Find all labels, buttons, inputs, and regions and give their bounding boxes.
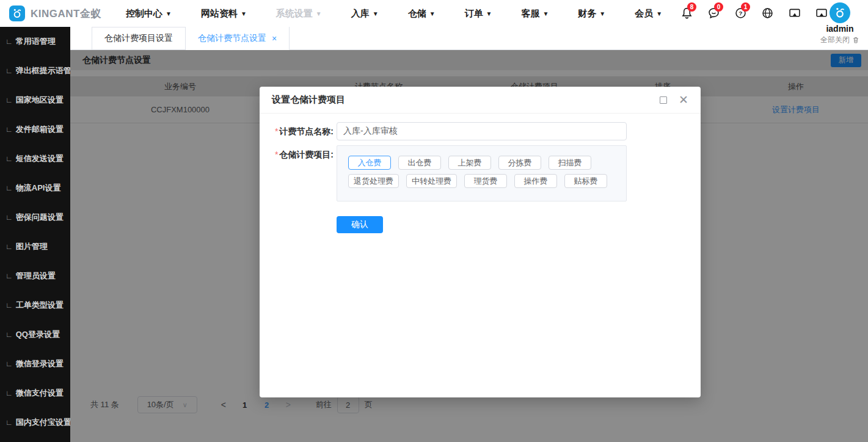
tab-strip: 仓储计费项目设置仓储计费节点设置× (70, 27, 868, 50)
sidebar-item[interactable]: ∟图片管理 (0, 232, 70, 261)
sidebar-item-label: 国家地区设置 (16, 95, 64, 106)
nav-menu-item[interactable]: 控制中心▼ (111, 8, 186, 20)
notification-badge: 1 (741, 2, 750, 12)
submenu-corner-icon: ∟ (5, 67, 13, 75)
nav-menu-item[interactable]: 财务▼ (563, 8, 620, 20)
fee-item-button[interactable]: 扫描费 (549, 156, 591, 170)
brand-name: KINGANT金蚁 (31, 7, 101, 21)
top-navbar: KINGANT金蚁 控制中心▼网站资料▼系统设置▼入库▼仓储▼订单▼客服▼财务▼… (0, 0, 868, 27)
dialog-body: *计费节点名称: *仓储计费项目: 入仓费出仓费上架费分拣费扫描费退货处理费中转… (260, 114, 701, 233)
submenu-corner-icon: ∟ (5, 184, 13, 192)
sidebar-item[interactable]: ∟密保问题设置 (0, 203, 70, 232)
nav-menu-item[interactable]: 网站资料▼ (186, 8, 261, 20)
sidebar-item[interactable]: ∟弹出框提示语管理 (0, 56, 70, 85)
trash-icon[interactable] (852, 36, 859, 44)
sidebar-item[interactable]: ∟管理员设置 (0, 261, 70, 291)
confirm-button[interactable]: 确认 (337, 216, 383, 233)
chevron-down-icon: ▼ (656, 10, 662, 17)
sidebar-item[interactable]: ∟国内支付宝设置 (0, 408, 70, 437)
nav-menu-item[interactable]: 会员▼ (620, 8, 677, 20)
sidebar-item-label: 密保问题设置 (16, 212, 64, 223)
sidebar-item[interactable]: ∟物流API设置 (0, 173, 70, 203)
submenu-corner-icon: ∟ (5, 330, 13, 339)
sidebar-item[interactable]: ∟工单类型设置 (0, 291, 70, 320)
close-all-tabs-button[interactable]: 全部关闭 (817, 35, 863, 45)
submenu-corner-icon: ∟ (5, 96, 13, 104)
tab-active[interactable]: 仓储计费节点设置× (186, 27, 290, 50)
sidebar-item[interactable]: ∟常用语管理 (0, 27, 70, 56)
submenu-corner-icon: ∟ (5, 360, 13, 368)
tab-inactive[interactable]: 仓储计费项目设置 (92, 27, 186, 50)
chevron-down-icon: ▼ (166, 10, 172, 17)
node-name-row: *计费节点名称: (260, 122, 701, 140)
tab-label: 仓储计费节点设置 (198, 33, 266, 44)
nav-menu-item[interactable]: 入库▼ (337, 8, 393, 20)
sidebar-item[interactable]: ∟国家地区设置 (0, 85, 70, 115)
close-all-label: 全部关闭 (820, 35, 850, 45)
sidebar-item[interactable]: ∟QQ登录设置 (0, 320, 70, 349)
nav-menu-item[interactable]: 仓储▼ (393, 8, 450, 20)
node-name-label: *计费节点名称: (260, 122, 334, 140)
screen-share-icon[interactable] (788, 7, 801, 20)
sidebar-item-label: 管理员设置 (16, 270, 56, 281)
nav-menu-label: 仓储 (408, 8, 426, 20)
submenu-corner-icon: ∟ (5, 272, 13, 280)
node-name-input[interactable] (337, 122, 627, 140)
notification-badge: 0 (714, 2, 723, 12)
chevron-down-icon: ▼ (542, 10, 549, 17)
fee-item-button[interactable]: 操作费 (514, 174, 557, 188)
username: iadmin (817, 24, 863, 34)
sidebar-item[interactable]: ∟发件邮箱设置 (0, 115, 70, 144)
sidebar-item-label: QQ登录设置 (16, 329, 60, 340)
dialog-header: 设置仓储计费项目 ✕ (260, 87, 701, 114)
globe-icon[interactable] (761, 7, 774, 20)
nav-menu-label: 财务 (578, 8, 596, 20)
sidebar-item[interactable]: ∟短信发送设置 (0, 144, 70, 173)
submenu-corner-icon: ∟ (5, 213, 13, 222)
submenu-corner-icon: ∟ (5, 418, 13, 427)
sidebar-item-label: 发件邮箱设置 (16, 124, 64, 135)
sidebar-item[interactable]: ∟微信登录设置 (0, 349, 70, 379)
main-menu: 控制中心▼网站资料▼系统设置▼入库▼仓储▼订单▼客服▼财务▼会员▼ (111, 8, 677, 20)
fee-items-box: 入仓费出仓费上架费分拣费扫描费退货处理费中转处理费理货费操作费贴标费 (337, 145, 627, 201)
sidebar: ∟常用语管理∟弹出框提示语管理∟国家地区设置∟发件邮箱设置∟短信发送设置∟物流A… (0, 27, 70, 442)
chevron-down-icon: ▼ (486, 10, 492, 17)
tab-close-icon[interactable]: × (272, 34, 277, 43)
close-icon[interactable]: ✕ (679, 94, 688, 106)
fee-item-button[interactable]: 上架费 (448, 156, 491, 170)
submenu-corner-icon: ∟ (5, 389, 13, 397)
navbar-icons: 80?1 (680, 7, 828, 20)
chevron-down-icon: ▼ (429, 10, 436, 17)
nav-menu-item[interactable]: 客服▼ (506, 8, 563, 20)
nav-menu-label: 会员 (635, 8, 653, 20)
brand-logo[interactable]: KINGANT金蚁 (0, 5, 104, 21)
user-avatar[interactable] (830, 2, 850, 23)
sidebar-item-label: 图片管理 (16, 241, 48, 252)
help-icon[interactable]: ?1 (734, 7, 747, 20)
fee-item-button[interactable]: 贴标费 (564, 174, 607, 188)
maximize-icon[interactable] (660, 96, 667, 104)
bell-icon[interactable]: 8 (680, 7, 693, 20)
submenu-corner-icon: ∟ (5, 37, 13, 46)
fee-item-button[interactable]: 理货费 (464, 174, 507, 188)
nav-menu-item[interactable]: 订单▼ (450, 8, 507, 20)
sidebar-item-label: 物流API设置 (16, 183, 61, 194)
user-block: iadmin 全部关闭 (817, 2, 863, 45)
svg-text:?: ? (739, 10, 743, 16)
fee-item-button-selected[interactable]: 入仓费 (348, 156, 391, 170)
chevron-down-icon: ▼ (599, 10, 605, 17)
fee-item-button[interactable]: 退货处理费 (348, 174, 399, 188)
sidebar-item-label: 微信登录设置 (16, 358, 64, 369)
nav-menu-item[interactable]: 系统设置▼ (261, 8, 337, 20)
sidebar-item[interactable]: ∟微信支付设置 (0, 379, 70, 408)
sidebar-item-label: 微信支付设置 (16, 388, 64, 399)
required-star: * (275, 126, 278, 136)
required-star: * (275, 150, 278, 159)
chat-icon[interactable]: 0 (707, 7, 720, 20)
nav-menu-label: 订单 (465, 8, 483, 20)
sidebar-item-label: 弹出框提示语管理 (16, 65, 70, 76)
fee-item-button[interactable]: 中转处理费 (406, 174, 457, 188)
fee-item-button[interactable]: 分拣费 (498, 156, 541, 170)
nav-menu-label: 入库 (351, 8, 370, 20)
fee-item-button[interactable]: 出仓费 (398, 156, 441, 170)
